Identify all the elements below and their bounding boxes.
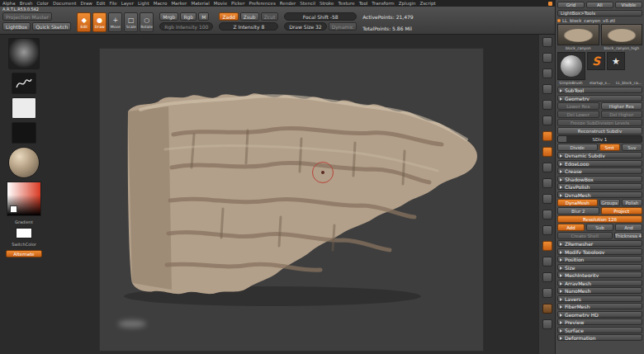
material-slot-icon[interactable] [542,304,552,314]
button-dynamesh[interactable]: DynaMesh [557,199,598,206]
mode-button-rotate[interactable]: ○Rotate [140,12,154,32]
ghost-icon[interactable] [542,194,552,204]
section-header-claypolish[interactable]: ClayPolish [557,183,642,190]
bpr-icon[interactable] [542,37,552,47]
button-suv[interactable]: Suv [622,144,642,151]
menu-file[interactable]: File [109,0,116,7]
solo-icon[interactable] [542,225,552,235]
mode-button-move[interactable]: +Move [108,12,122,32]
menu-zscript[interactable]: Zscript [419,0,435,7]
button-lower-res[interactable]: Lower Res [557,102,599,110]
projection-master-button[interactable]: Projection Master [2,12,52,21]
rotate-icon[interactable] [542,319,552,329]
dynamic-toggle[interactable]: Dynamic [329,22,357,31]
menu-document[interactable]: Document [53,0,77,7]
section-header-nanomesh[interactable]: NanoMesh [557,287,642,294]
section-header-subtool[interactable]: SubTool [557,87,642,93]
section-header-dynamesh[interactable]: DynaMesh [557,191,642,198]
polyframe-icon[interactable] [542,257,552,267]
switch-color-swatch[interactable] [16,228,32,238]
menu-marker[interactable]: Marker [171,0,187,7]
z-intensity-slider[interactable]: Z Intensity 8 [219,22,278,31]
mrgb-button[interactable]: Mrgb [159,12,178,21]
recent-tool-slot[interactable]: ★ [607,52,625,70]
button-and[interactable]: And [615,224,642,231]
scroll-icon[interactable] [542,53,552,63]
button-higher-res[interactable]: Higher Res [601,102,643,110]
persp-icon[interactable] [542,116,552,125]
menu-zplugin[interactable]: Zplugin [399,0,416,7]
button-project[interactable]: Project [601,207,643,215]
filter-button-visible[interactable]: Visible [615,2,642,8]
section-header-geometry[interactable]: Geometry [557,95,642,101]
filter-button-grid[interactable]: Grid [557,2,585,8]
button-polish[interactable]: Polish [622,199,642,206]
recent-tool-slot[interactable]: S [587,52,605,70]
lightbox-path-bar[interactable]: LightBox>Tools [557,10,642,17]
zadd-button[interactable]: Zadd [219,12,238,21]
button-sub[interactable]: Sub [586,224,613,231]
menu-color[interactable]: Color [37,0,49,7]
section-header-geometry-hd[interactable]: Geometry HD [557,311,642,318]
transp-icon[interactable] [542,178,552,188]
rgb-button[interactable]: Rgb [180,12,197,21]
focal-shift-slider[interactable]: Focal Shift -58 [284,12,357,21]
tool-thumbnail[interactable] [601,24,643,45]
section-header-modify-topology[interactable]: Modify Topology [557,248,642,255]
menu-movie[interactable]: Movie [214,0,227,7]
section-header-arraymesh[interactable]: ArrayMesh [557,280,642,286]
current-material-thumbnail[interactable] [8,147,40,178]
menu-draw[interactable]: Draw [80,0,92,7]
local-icon[interactable] [542,147,552,157]
button-add[interactable]: Add [557,224,585,231]
section-header-dynamic-subdiv[interactable]: Dynamic Subdiv [557,152,642,158]
mode-button-edit[interactable]: ◆Edit [77,12,91,32]
section-header-deformation[interactable]: Deformation [557,334,642,341]
menu-material[interactable]: Material [191,0,209,7]
current-stroke-thumbnail[interactable] [12,73,36,94]
section-header-meshintegrity[interactable]: MeshIntegrity [557,271,642,278]
section-header-surface[interactable]: Surface [557,327,642,333]
zcut-button[interactable]: Zcut [261,12,279,21]
menu-stencil[interactable]: Stencil [300,0,315,7]
button-reconstruct-subdiv[interactable]: Reconstruct Subdiv [557,127,642,135]
color-picker[interactable] [7,182,41,216]
mode-button-scale[interactable]: □Scale [124,12,138,32]
menu-picker[interactable]: Picker [231,0,244,7]
menu-render[interactable]: Render [280,0,296,7]
current-brush-thumbnail[interactable] [8,38,40,69]
menu-tool[interactable]: Tool [359,0,368,7]
button-create-shell[interactable]: Create Shell [557,232,613,239]
sculpt-canvas[interactable] [99,48,484,352]
tool-thumbnail[interactable] [557,24,599,45]
menu-transform[interactable]: Transform [372,0,394,7]
zsub-button[interactable]: Zsub [240,12,259,21]
menu-light[interactable]: Light [138,0,149,7]
button-thickness-4[interactable]: Thickness 4 [614,232,642,239]
section-header-preview[interactable]: Preview [557,319,642,325]
button-del-lower[interactable]: Del Lower [557,111,599,118]
section-header-layers[interactable]: Layers [557,295,642,302]
section-header-shadowbox[interactable]: ShadowBox [557,176,642,182]
actual-size-icon[interactable] [542,84,552,94]
menu-alpha[interactable]: Alpha [2,0,16,7]
section-header-position[interactable]: Position [557,256,642,262]
section-header-zremesher[interactable]: ZRemesher [557,240,642,247]
scale-icon[interactable] [542,288,552,298]
filter-button-all[interactable]: All [586,2,613,8]
floor-icon[interactable] [542,131,552,141]
mode-button-draw[interactable]: ●Draw [92,12,107,32]
lsym-icon[interactable] [542,163,552,172]
aa-half-icon[interactable] [542,100,552,110]
slider-resolution-128[interactable]: Resolution 128 [557,215,642,223]
m-button[interactable]: M [198,12,209,21]
alternate-button[interactable]: Alternate [6,250,42,257]
slider-sdiv-1[interactable]: SDiv 1 [557,135,642,143]
button-freeze-subdivision-levels[interactable]: Freeze SubDivision Levels [557,119,642,126]
section-header-size[interactable]: Size [557,264,642,271]
menu-layer[interactable]: Layer [121,0,134,7]
menu-preferences[interactable]: Preferences [249,0,275,7]
button-groups[interactable]: Groups [599,199,620,206]
button-del-higher[interactable]: Del Higher [601,111,643,118]
quick-sketch-button[interactable]: Quick Sketch [32,22,71,31]
